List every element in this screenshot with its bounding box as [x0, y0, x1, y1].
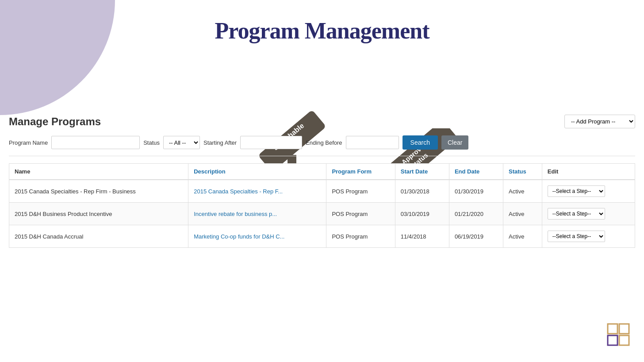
description-link[interactable]: Incentive rebate for business p... [194, 211, 277, 217]
status-label: Status [143, 139, 160, 146]
cell-name: 2015 D&H Business Product Incentive [9, 203, 188, 225]
svg-rect-5 [608, 324, 617, 334]
col-header-start-date: Start Date [395, 164, 449, 180]
main-content: Manage Programs -- Add Program -- Progra… [0, 53, 644, 257]
page-title: Program Management [0, 18, 644, 44]
ending-before-label: Ending Before [306, 139, 342, 146]
cell-start-date: 01/30/2018 [395, 180, 449, 203]
svg-rect-7 [608, 335, 617, 345]
cell-end-date: 01/30/2019 [449, 180, 503, 203]
page-title-section: Program Management [0, 0, 644, 53]
cell-name: 2015 Canada Specialties - Rep Firm - Bus… [9, 180, 188, 203]
description-link[interactable]: 2015 Canada Specialties - Rep F... [194, 188, 283, 195]
programs-table: Name Description Program Form Start Date… [9, 163, 635, 248]
description-link[interactable]: Marketing Co-op funds for D&H C... [194, 233, 284, 240]
table-header-row: Name Description Program Form Start Date… [9, 164, 635, 180]
bottom-icon [606, 322, 631, 349]
col-header-description: Description [188, 164, 326, 180]
cell-start-date: 11/4/2018 [395, 225, 449, 248]
program-name-input[interactable] [51, 136, 140, 149]
cell-status: Active [503, 180, 542, 203]
col-header-program-form: Program Form [326, 164, 395, 180]
cell-description: Marketing Co-op funds for D&H C... [188, 225, 326, 248]
cell-status: Active [503, 203, 542, 225]
cell-edit: --Select a Step-- [542, 225, 635, 248]
table-row: 2015 D&H Canada AccrualMarketing Co-op f… [9, 225, 635, 248]
manage-header: Manage Programs -- Add Program -- [9, 115, 635, 128]
svg-rect-8 [619, 335, 629, 345]
clear-button[interactable]: Clear [441, 135, 468, 150]
starting-after-label: Starting After [203, 139, 237, 146]
cell-description: Incentive rebate for business p... [188, 203, 326, 225]
cell-description: 2015 Canada Specialties - Rep F... [188, 180, 326, 203]
manage-programs-title: Manage Programs [9, 116, 101, 128]
table-row: 2015 D&H Business Product IncentiveIncen… [9, 203, 635, 225]
status-select[interactable]: -- All -- Active Inactive [163, 136, 200, 149]
col-header-end-date: End Date [449, 164, 503, 180]
ending-before-input[interactable] [346, 136, 399, 149]
cell-end-date: 01/21/2020 [449, 203, 503, 225]
edit-select[interactable]: --Select a Step-- [548, 185, 605, 197]
cell-edit: --Select a Step-- [542, 180, 635, 203]
edit-select[interactable]: --Select a Step-- [548, 231, 605, 242]
svg-rect-6 [619, 324, 629, 334]
col-header-status: Status [503, 164, 542, 180]
add-program-select[interactable]: -- Add Program -- [564, 115, 635, 128]
edit-select[interactable]: --Select a Step-- [548, 208, 605, 220]
cell-program-form: POS Program [326, 225, 395, 248]
cell-program-form: POS Program [326, 203, 395, 225]
cell-start-date: 03/10/2019 [395, 203, 449, 225]
cell-edit: --Select a Step-- [542, 203, 635, 225]
cell-status: Active [503, 225, 542, 248]
cell-name: 2015 D&H Canada Accrual [9, 225, 188, 248]
starting-after-input[interactable] [240, 136, 302, 149]
table-row: 2015 Canada Specialties - Rep Firm - Bus… [9, 180, 635, 203]
cell-program-form: POS Program [326, 180, 395, 203]
col-header-name: Name [9, 164, 188, 180]
program-name-label: Program Name [9, 139, 48, 146]
col-header-edit: Edit [542, 164, 635, 180]
cell-end-date: 06/19/2019 [449, 225, 503, 248]
search-bar: Program Name Status -- All -- Active Ina… [9, 135, 635, 156]
search-button[interactable]: Search [402, 135, 438, 150]
